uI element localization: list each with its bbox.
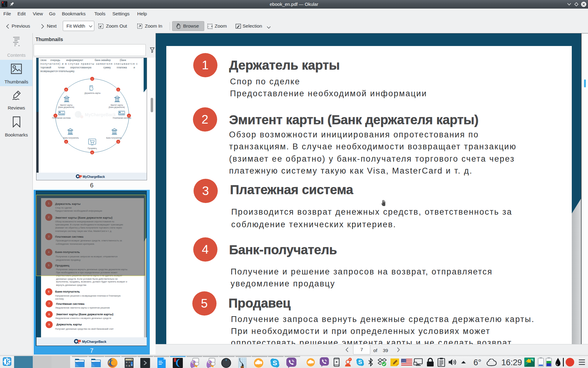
svg-text:получателя) и в случае правоты: получателя) и в случае правоты заявителя… <box>40 62 138 65</box>
svg-text:и: и <box>134 66 135 69</box>
svg-text:+: + <box>126 361 127 364</box>
svg-text:(Банк держателя): (Банк держателя) <box>109 106 125 109</box>
svg-text:Банк получатель: Банк получатель <box>63 137 79 139</box>
svg-text:Платёжная система: Платёжная система <box>113 117 131 119</box>
svg-text:Банк получатель: Банк получатель <box>106 137 122 139</box>
svg-text:точки: точки <box>58 66 65 69</box>
svg-text:MyChargeBack: MyChargeBack <box>82 340 107 343</box>
svg-text:(Банк держателя): (Банк держателя) <box>58 106 74 109</box>
svg-text:Платёжная система: Платёжная система <box>52 117 71 119</box>
svg-text:−: − <box>129 361 130 364</box>
svg-text:S: S <box>358 359 362 365</box>
svg-text:S: S <box>273 359 277 367</box>
svg-text:÷: ÷ <box>126 364 127 367</box>
svg-text:банк-эквайер: банк-эквайер <box>95 59 111 62</box>
svg-text:очередь: очередь <box>50 59 60 62</box>
svg-text:(банк: (банк <box>120 59 126 62</box>
svg-text:информируют: информируют <box>66 59 83 62</box>
svg-text:свою: свою <box>40 59 47 62</box>
svg-text:Продавец: Продавец <box>88 147 97 150</box>
svg-text:×: × <box>129 364 130 367</box>
svg-text:торговой: торговой <box>40 66 51 69</box>
svg-text:платежа: платежа <box>117 66 127 69</box>
svg-text:MyChargeBack: MyChargeBack <box>85 112 116 117</box>
svg-text:опротестованную: опротестованную <box>70 66 92 69</box>
svg-text:возвращается плательщику.: возвращается плательщику. <box>40 70 75 73</box>
svg-text:MyChargeBack: MyChargeBack <box>83 175 105 178</box>
svg-text:сумму: сумму <box>103 66 111 69</box>
svg-text:Держатель карты: Держатель карты <box>85 92 101 94</box>
